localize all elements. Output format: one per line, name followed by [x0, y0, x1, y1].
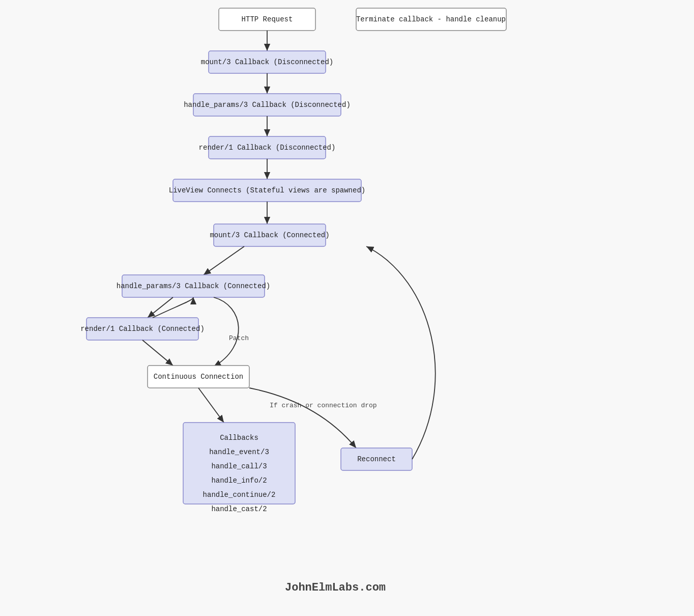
arrow-mount-handleparams-connected — [204, 246, 244, 275]
callbacks-label5: handle_continue/2 — [203, 491, 276, 499]
callbacks-label2: handle_event/3 — [209, 448, 269, 456]
patch-label: Patch — [229, 334, 249, 342]
watermark: JohnElmLabs.com — [285, 581, 386, 594]
if-crash-label: If crash or connection drop — [270, 402, 377, 409]
lifecycle-diagram: HTTP Request Terminate callback - handle… — [0, 0, 694, 616]
callbacks-label1: Callbacks — [220, 434, 258, 442]
terminate-label: Terminate callback - handle cleanup — [356, 15, 506, 23]
render-disconnected-label: render/1 Callback (Disconnected) — [199, 144, 336, 152]
http-request-label: HTTP Request — [242, 15, 293, 23]
arrow-patch-continuous — [214, 297, 239, 367]
continuous-connection-label: Continuous Connection — [154, 373, 243, 381]
arrow-reconnect-mount — [366, 246, 436, 459]
diagram-container: HTTP Request Terminate callback - handle… — [0, 0, 694, 616]
mount-disconnected-label: mount/3 Callback (Disconnected) — [201, 58, 333, 66]
callbacks-label4: handle_info/2 — [211, 477, 267, 485]
arrow-handleparams-render-connected — [148, 297, 173, 318]
reconnect-label: Reconnect — [357, 455, 396, 463]
arrow-render-back-handleparams — [153, 297, 193, 318]
render-connected-label: render/1 Callback (Connected) — [80, 325, 205, 333]
mount-connected-label: mount/3 Callback (Connected) — [210, 231, 329, 239]
handle-params-disconnected-label: handle_params/3 Callback (Disconnected) — [184, 101, 351, 109]
callbacks-label6: handle_cast/2 — [211, 505, 267, 513]
liveview-connects-label: LiveView Connects (Stateful views are sp… — [169, 186, 365, 194]
arrow-continuous-callbacks — [198, 388, 224, 423]
callbacks-label3: handle_call/3 — [211, 462, 267, 470]
handle-params-connected-label: handle_params/3 Callback (Connected) — [117, 282, 270, 290]
arrow-render-continuous — [142, 340, 173, 366]
